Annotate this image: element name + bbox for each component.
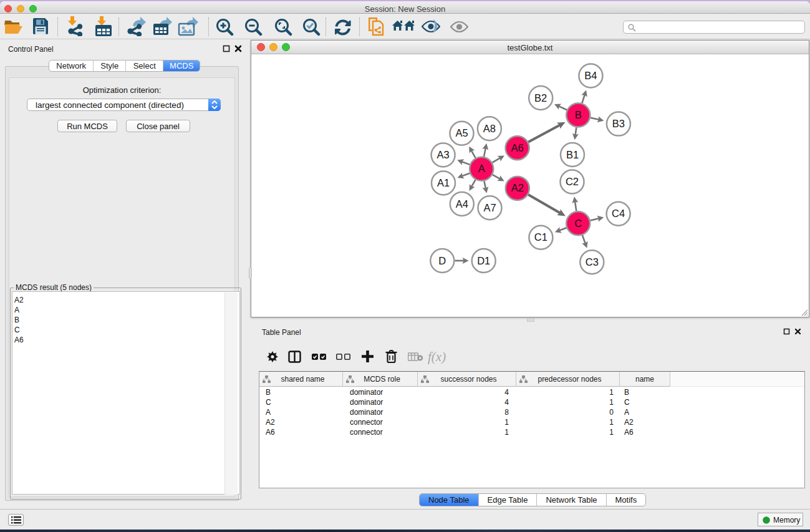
svg-text:A8: A8: [483, 123, 496, 134]
svg-text:B1: B1: [566, 149, 579, 160]
svg-text:C1: C1: [534, 231, 547, 243]
svg-text:C2: C2: [566, 176, 579, 187]
svg-text:A5: A5: [455, 127, 468, 138]
svg-text:A4: A4: [456, 198, 468, 210]
svg-text:B4: B4: [584, 70, 597, 81]
svg-text:A7: A7: [483, 202, 496, 213]
svg-text:C4: C4: [612, 208, 625, 219]
svg-text:C: C: [574, 218, 582, 229]
svg-text:A: A: [478, 163, 485, 174]
svg-text:A2: A2: [511, 182, 524, 193]
svg-text:B: B: [575, 109, 582, 120]
svg-text:C3: C3: [586, 256, 599, 268]
svg-text:D1: D1: [477, 255, 490, 266]
svg-text:B3: B3: [612, 118, 625, 129]
svg-text:B2: B2: [534, 92, 547, 104]
svg-text:A3: A3: [437, 149, 450, 160]
svg-text:A1: A1: [437, 177, 450, 188]
svg-text:D: D: [438, 255, 446, 266]
svg-text:A6: A6: [511, 142, 524, 153]
